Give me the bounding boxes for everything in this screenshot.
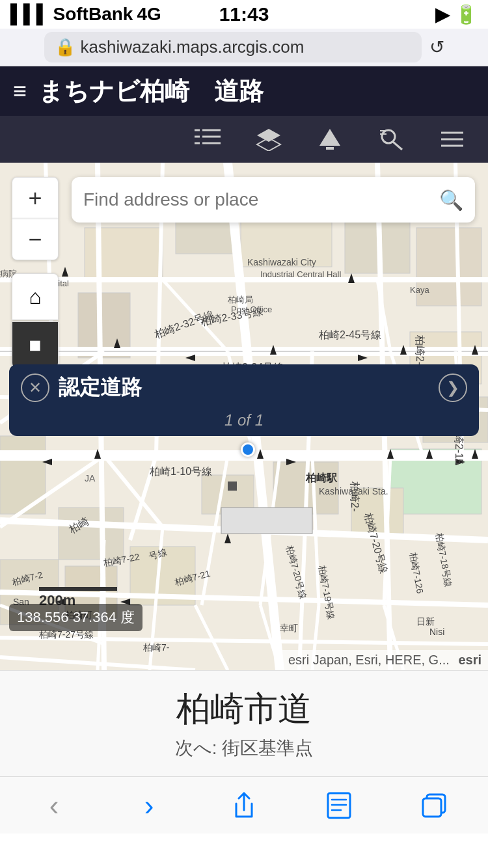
home-icon: ⌂: [29, 285, 41, 309]
location-dot: [241, 442, 255, 457]
svg-text:JA: JA: [85, 473, 96, 483]
svg-rect-115: [228, 481, 237, 491]
toolbar-menu-button[interactable]: [423, 120, 481, 159]
toolbar-search-button[interactable]: [362, 120, 420, 159]
zoom-out-button[interactable]: −: [12, 219, 59, 260]
popup-counter: 1 of 1: [9, 411, 479, 436]
popup-close-button[interactable]: ✕: [21, 373, 49, 402]
forward-button[interactable]: ›: [116, 786, 182, 825]
url-text: kashiwazaki.maps.arcgis.com: [81, 37, 305, 57]
feature-title: 柏崎市道: [13, 686, 475, 732]
network-label: 4G: [137, 4, 161, 25]
browser-bar: 🔒 kashiwazaki.maps.arcgis.com ↺: [0, 29, 488, 66]
svg-rect-9: [326, 147, 334, 150]
lock-icon: 🔒: [55, 37, 75, 57]
coordinates-text: 138.556 37.364 度: [17, 609, 135, 625]
bottom-panel: 柏崎市道 次へ: 街区基準点: [0, 670, 488, 776]
bookmarks-button[interactable]: [306, 786, 372, 825]
map-search-bar[interactable]: 🔍: [72, 177, 475, 223]
svg-text:柏崎局: 柏崎局: [227, 295, 253, 305]
svg-text:Industrial Central Hall: Industrial Central Hall: [260, 269, 341, 279]
svg-rect-133: [423, 798, 441, 817]
svg-text:Kashiwazaki City: Kashiwazaki City: [247, 257, 316, 267]
svg-line-11: [393, 142, 402, 150]
home-button[interactable]: ⌂: [12, 273, 59, 320]
ios-nav-bar: ‹ ›: [0, 776, 488, 834]
toolbar: [0, 116, 488, 163]
esri-logo: esri: [458, 653, 481, 667]
share-button[interactable]: [211, 786, 277, 825]
zoom-controls: + −: [12, 177, 59, 260]
status-bar: ▌▌▌ SoftBank 4G 11:43 ▶ 🔋: [0, 0, 488, 29]
svg-text:柏崎1-10号線: 柏崎1-10号線: [149, 466, 212, 477]
feature-subtitle: 次へ: 街区基準点: [13, 736, 475, 761]
svg-marker-8: [319, 129, 340, 146]
svg-text:柏崎2-45号線: 柏崎2-45号線: [318, 329, 381, 340]
back-button[interactable]: ‹: [21, 786, 87, 825]
svg-point-10: [382, 130, 395, 143]
coordinates-bar: 138.556 37.364 度: [9, 604, 142, 631]
status-right: ▶ 🔋: [435, 4, 478, 25]
svg-text:Nisi: Nisi: [429, 627, 444, 637]
zoom-in-button[interactable]: +: [12, 177, 59, 219]
popup-title: 認定道路: [59, 373, 429, 402]
svg-rect-13: [380, 133, 386, 135]
stop-button[interactable]: ■: [12, 321, 59, 368]
search-icon[interactable]: 🔍: [439, 189, 463, 211]
toolbar-legend-button[interactable]: [301, 120, 359, 159]
stop-icon: ■: [29, 333, 41, 357]
app-title: まちナビ柏崎 道路: [38, 75, 264, 108]
svg-text:Kashiwazaki Sta.: Kashiwazaki Sta.: [319, 486, 388, 496]
menu-icon[interactable]: ≡: [13, 77, 27, 105]
chevron-right-icon: ❯: [446, 379, 459, 397]
popup-header: ✕ 認定道路 ❯: [9, 364, 479, 411]
scale-line: [39, 587, 117, 591]
svg-rect-12: [380, 130, 386, 131]
svg-text:日新: 日新: [416, 616, 435, 627]
search-input[interactable]: [83, 189, 433, 210]
app-header: ≡ まちナビ柏崎 道路: [0, 66, 488, 116]
map-popup: ✕ 認定道路 ❯ 1 of 1: [9, 364, 479, 436]
url-bar[interactable]: 🔒 kashiwazaki.maps.arcgis.com: [44, 32, 422, 62]
svg-text:柏崎7-: 柏崎7-: [142, 642, 170, 653]
location-icon: ▶: [435, 4, 450, 25]
svg-rect-25: [59, 508, 124, 560]
svg-text:柏崎駅: 柏崎駅: [305, 472, 338, 483]
reload-button[interactable]: ↺: [429, 36, 444, 58]
toolbar-layers-button[interactable]: [239, 120, 298, 159]
svg-text:Kaya: Kaya: [410, 285, 429, 295]
attribution-bar: esri Japan, Esri, HERE, G... esri: [282, 650, 488, 670]
status-left: ▌▌▌ SoftBank 4G: [10, 4, 161, 25]
toolbar-list-button[interactable]: [178, 120, 237, 159]
back-icon: ‹: [49, 789, 59, 822]
svg-text:幸町: 幸町: [280, 623, 298, 633]
battery-icon: 🔋: [455, 4, 478, 25]
carrier-label: SoftBank: [53, 4, 133, 25]
map-action-buttons: ⌂ ■: [12, 273, 59, 368]
forward-icon: ›: [144, 789, 154, 822]
tabs-button[interactable]: [401, 786, 467, 825]
svg-text:Post Office: Post Office: [231, 305, 272, 314]
map-container[interactable]: 柏崎2-32号線 柏崎2-33号線 柏崎2-34号線 柏崎2-45号線 柏崎2-…: [0, 163, 488, 670]
svg-rect-114: [221, 508, 312, 534]
close-icon: ✕: [29, 379, 42, 397]
signal-icon: ▌▌▌: [10, 4, 49, 25]
attribution-text: esri Japan, Esri, HERE, G...: [288, 653, 450, 667]
svg-marker-6: [257, 129, 280, 142]
popup-next-button[interactable]: ❯: [439, 373, 467, 402]
time-label: 11:43: [219, 3, 269, 25]
